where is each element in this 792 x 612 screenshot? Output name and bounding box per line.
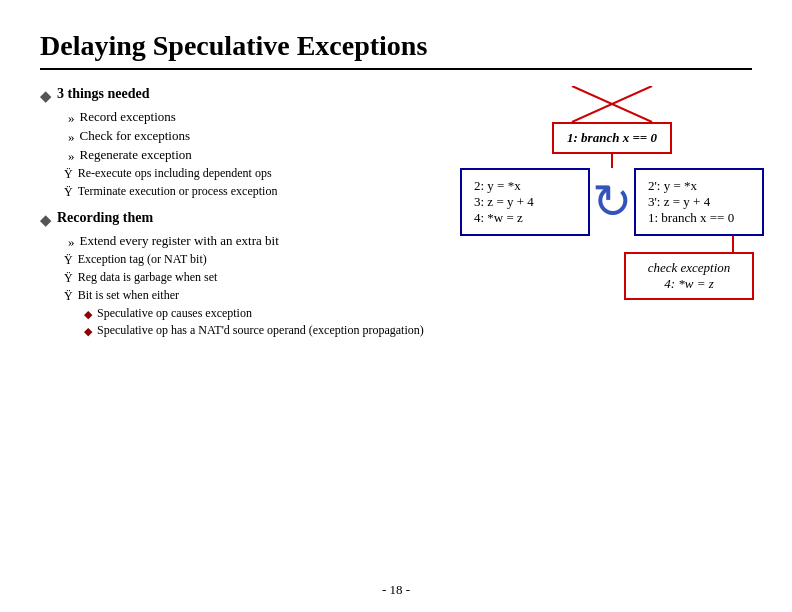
regen-sub-2-label: Terminate execution or process exception [78,184,278,199]
extend-sub-list: Ÿ Exception tag (or NAT bit) Ÿ Reg data … [64,252,452,304]
main-bullet-2: ◆ Recording them [40,210,452,229]
diagonal-lines-svg [492,86,732,122]
curved-arrow-icon: ↻ [592,178,632,226]
yen-icon-3: Ÿ [64,253,73,268]
diamond-icon-2: ◆ [40,212,51,229]
diamond-icon-1: ◆ [40,88,51,105]
regenerate-sub-list: Ÿ Re-execute ops including dependent ops… [64,166,452,200]
list-item-check: » Check for exceptions [68,128,452,145]
check-exception-box: check exception 4: *w = z [624,252,754,300]
extend-sub-1-label: Exception tag (or NAT bit) [78,252,207,267]
list-item-extend: » Extend every register with an extra bi… [68,233,452,250]
regen-sub-2: Ÿ Terminate execution or process excepti… [64,184,452,200]
code-box-1-line1: 2: y = *x [474,178,576,194]
slide: Delaying Speculative Exceptions ◆ 3 thin… [0,0,792,612]
check-box-line2: 4: *w = z [638,276,740,292]
things-needed-list: » Record exceptions » Check for exceptio… [68,109,452,164]
arrow-icon-2: » [68,129,75,145]
bit-sub-1: ◆ Speculative op causes exception [84,306,452,321]
regen-sub-1: Ÿ Re-execute ops including dependent ops [64,166,452,182]
content-area: ◆ 3 things needed » Record exceptions » … [40,86,752,348]
record-exceptions-label: Record exceptions [80,109,176,125]
regen-sub-1-label: Re-execute ops including dependent ops [78,166,272,181]
check-box-row: check exception 4: *w = z [460,252,764,300]
things-needed-label: 3 things needed [57,86,150,102]
recording-them-label: Recording them [57,210,153,226]
code-box-1: 2: y = *x 3: z = y + 4 4: *w = z [460,168,590,236]
slide-title: Delaying Speculative Exceptions [40,30,752,70]
bullet-diamond-small-2: ◆ [84,325,92,338]
list-item-regenerate: » Regenerate exception [68,147,452,164]
extend-sub-2: Ÿ Reg data is garbage when set [64,270,452,286]
yen-icon-5: Ÿ [64,289,73,304]
check-box-line1: check exception [638,260,740,276]
section-recording: ◆ Recording them » Extend every register… [40,210,452,338]
bullet-diamond-small-1: ◆ [84,308,92,321]
vertical-line-1 [611,154,613,168]
middle-diagram-row: 2: y = *x 3: z = y + 4 4: *w = z ↻ 2': y… [460,168,764,236]
bit-sub-2-label: Speculative op has a NAT'd source operan… [97,323,424,338]
code-box-1-line2: 3: z = y + 4 [474,194,576,210]
extend-sub-3-label: Bit is set when either [78,288,179,303]
page-number: - 18 - [382,582,410,598]
vline-bottom-row [460,236,764,252]
yen-icon-2: Ÿ [64,185,73,200]
left-boxes-col: 2: y = *x 3: z = y + 4 4: *w = z [460,168,590,236]
code-box-2-line3: 1: branch x == 0 [648,210,750,226]
yen-icon-1: Ÿ [64,167,73,182]
vertical-line-2 [732,236,734,252]
branch-box-label: 1: branch x == 0 [567,130,657,145]
extend-sub-1: Ÿ Exception tag (or NAT bit) [64,252,452,268]
arrow-icon-4: » [68,234,75,250]
extend-label: Extend every register with an extra bit [80,233,279,249]
check-exceptions-label: Check for exceptions [80,128,190,144]
section-things-needed: ◆ 3 things needed » Record exceptions » … [40,86,452,200]
code-box-1-line3: 4: *w = z [474,210,576,226]
top-diagram-row: 1: branch x == 0 [492,86,732,168]
yen-icon-4: Ÿ [64,271,73,286]
code-box-2-line1: 2': y = *x [648,178,750,194]
vline-top [492,154,732,168]
arrow-icon-1: » [68,110,75,126]
extend-sub-2-label: Reg data is garbage when set [78,270,218,285]
branch-box-row: 1: branch x == 0 [492,122,732,154]
recording-list: » Extend every register with an extra bi… [68,233,452,250]
right-boxes-col: 2': y = *x 3': z = y + 4 1: branch x == … [634,168,764,236]
bit-sub-1-label: Speculative op causes exception [97,306,252,321]
list-item-record: » Record exceptions [68,109,452,126]
right-column: 1: branch x == 0 2: y = *x 3: z = y + 4 [472,86,752,348]
extend-sub-3: Ÿ Bit is set when either [64,288,452,304]
bit-sub-list: ◆ Speculative op causes exception ◆ Spec… [84,306,452,338]
code-box-2: 2': y = *x 3': z = y + 4 1: branch x == … [634,168,764,236]
left-column: ◆ 3 things needed » Record exceptions » … [40,86,452,348]
arrow-icon-3: » [68,148,75,164]
bit-sub-2: ◆ Speculative op has a NAT'd source oper… [84,323,452,338]
diagram-wrapper: 1: branch x == 0 2: y = *x 3: z = y + 4 [460,86,764,300]
code-box-2-line2: 3': z = y + 4 [648,194,750,210]
branch-box: 1: branch x == 0 [552,122,672,154]
main-bullet-1: ◆ 3 things needed [40,86,452,105]
regenerate-label: Regenerate exception [80,147,192,163]
